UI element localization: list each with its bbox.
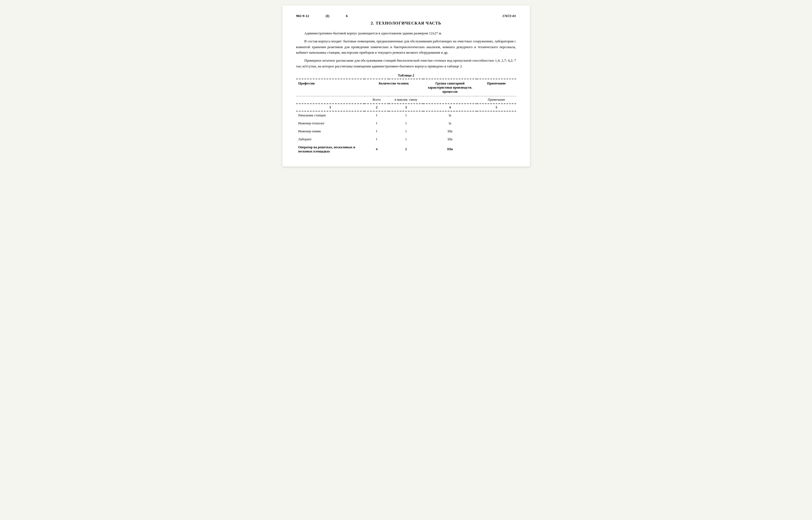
cell-total: I xyxy=(364,127,389,135)
cell-shift: I xyxy=(389,127,423,135)
paragraph-2: В состав корпуса входят: бытовые помещен… xyxy=(296,38,516,56)
table-row: Инженер-химик I I IIIв xyxy=(296,127,516,135)
cell-profession: Оператор на решетках, песколовках и песк… xyxy=(296,144,364,155)
cell-group: Ia xyxy=(423,120,477,127)
table-row: Инженер-технолог I I Ia xyxy=(296,120,516,127)
col-subheader-shift: в максим. смену xyxy=(389,96,423,104)
cell-total: I xyxy=(364,111,389,120)
cell-note xyxy=(477,144,516,155)
page-header: 902-9-12 (I) 6 17672-01 xyxy=(296,14,516,18)
table-row: Начальник станции I I Ia xyxy=(296,111,516,120)
paragraph-1: Административно-бытовой корпус размещает… xyxy=(296,30,516,36)
cell-total: I xyxy=(364,135,389,144)
paragraph-3: Примерное штатное расписание для обслужи… xyxy=(296,58,516,69)
cell-shift: 2 xyxy=(389,144,423,155)
cell-shift: I xyxy=(389,120,423,127)
table-row: Оператор на решетках, песколовках и песк… xyxy=(296,144,516,155)
cell-profession: Начальник станции xyxy=(296,111,364,120)
cell-group: IIIв xyxy=(423,144,477,155)
cell-total: 4 xyxy=(364,144,389,155)
cell-group: Ia xyxy=(423,111,477,120)
cell-profession: Инженер-химик xyxy=(296,127,364,135)
data-table: Профессия Количество человек Группа сани… xyxy=(296,79,516,155)
table-title: Таблица 2 xyxy=(296,73,516,78)
header-right-code: 17672-01 xyxy=(503,14,516,18)
col-header-profession: Профессия xyxy=(296,79,364,96)
header-left: 902-9-12 (I) 6 xyxy=(296,14,348,18)
table-body: Начальник станции I I Ia Инженер-техноло… xyxy=(296,111,516,155)
page-num: 6 xyxy=(346,14,348,18)
cell-group: IIIв xyxy=(423,127,477,135)
cell-note xyxy=(477,120,516,127)
cell-note xyxy=(477,111,516,120)
cell-group: IIIв xyxy=(423,135,477,144)
table-header-main: Профессия Количество человек Группа сани… xyxy=(296,79,516,96)
page: 902-9-12 (I) 6 17672-01 2. ТЕХНОЛОГИЧЕСК… xyxy=(282,5,530,166)
cell-shift: I xyxy=(389,111,423,120)
col-header-count: Количество человек xyxy=(364,79,423,96)
table-header-sub: Всего в максим. смену Примечание xyxy=(296,96,516,104)
cell-shift: I xyxy=(389,135,423,144)
col-subheader-note: Примечание xyxy=(477,96,516,104)
table-num-row: I 2 3 4 5 xyxy=(296,104,516,111)
document-code: 902-9-12 xyxy=(296,14,309,18)
col-header-note: Примечание xyxy=(477,79,516,96)
col-subheader-total: Всего xyxy=(364,96,389,104)
cell-total: I xyxy=(364,120,389,127)
cell-profession: Лаборант xyxy=(296,135,364,144)
table-row: Лаборант I I IIIв xyxy=(296,135,516,144)
section-num: (I) xyxy=(326,14,329,18)
col-header-group: Группа санитарной характеристики произво… xyxy=(423,79,477,96)
cell-note xyxy=(477,127,516,135)
cell-profession: Инженер-технолог xyxy=(296,120,364,127)
section-title: 2. ТЕХНОЛОГИЧЕСКАЯ ЧАСТЬ xyxy=(296,21,516,26)
cell-note xyxy=(477,135,516,144)
